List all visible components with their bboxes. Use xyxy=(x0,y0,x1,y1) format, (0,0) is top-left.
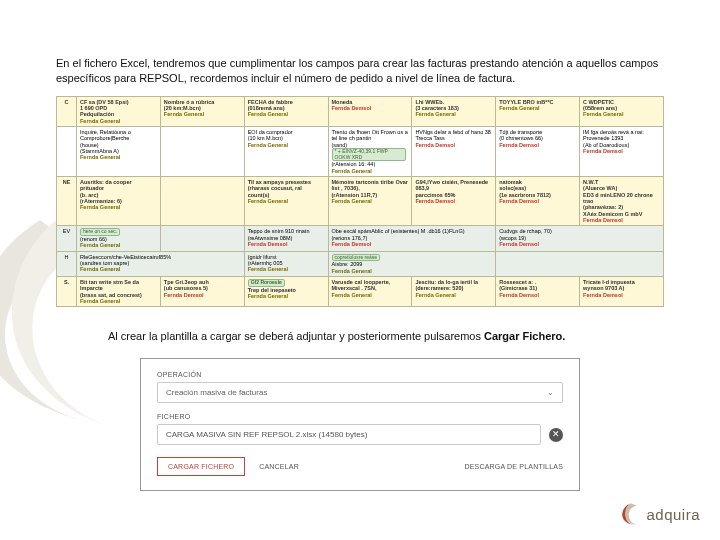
cell: Mémoire tartconis tiribe Ovar list , 703… xyxy=(328,177,412,226)
cell xyxy=(57,126,77,176)
fichero-filename[interactable]: CARGA MASIVA SIN REF REPSOL 2.xlsx (1458… xyxy=(157,424,541,445)
cell: Nombre ó a rúbrica (20 km:M.bcn) Fernda … xyxy=(160,96,244,126)
cell: N.W.T (Aluerce WA) ED3 d minLENO 20 chro… xyxy=(580,177,664,226)
cell: S. xyxy=(57,276,77,306)
upload-form-card: OPERACIÓN Creación masiva de facturas ⌄ … xyxy=(140,358,580,491)
cell: Varusde cal loopperte, Miverxscal . 7SN,… xyxy=(328,276,412,306)
cell xyxy=(496,251,664,276)
cell: Jescitu: da lo-ga iertil la (dere:ramere… xyxy=(412,276,496,306)
cell: Tll ax ampays presestes (rharass cocusut… xyxy=(244,177,328,226)
cell: EV xyxy=(57,226,77,251)
cell: (gnidr lifurst (rAtermhç 005 Fernda Gene… xyxy=(244,251,328,276)
cell: FECHA de fabbre (018remá ans) Fernda Gen… xyxy=(244,96,328,126)
cell: Cudvgs de rchap, 70) (wcops 19) Fernda D… xyxy=(496,226,664,251)
cell: Teppo de snim 910 rinatn (reAtwnsime 08M… xyxy=(244,226,328,251)
close-icon: ✕ xyxy=(552,430,560,439)
cell: NE xyxy=(57,177,77,226)
remove-file-button[interactable]: ✕ xyxy=(549,428,563,442)
chevron-down-icon: ⌄ xyxy=(547,388,554,397)
mid-bold: Cargar Fichero. xyxy=(484,330,565,342)
cell xyxy=(160,177,244,226)
cell: C WDPETIC (058rem ans) Fernda General xyxy=(580,96,664,126)
cell: Tpe Grí.3eop auh (ub canusores 5) Fernda… xyxy=(160,276,244,306)
cell: CF sa (DV 58 Epsi) 1 690 OPD Pedquilació… xyxy=(77,96,161,126)
excel-fields-table: C CF sa (DV 58 Epsi) 1 690 OPD Pedquilac… xyxy=(56,96,664,308)
operacion-select[interactable]: Creación masiva de facturas ⌄ xyxy=(157,382,563,403)
cell: Obe excál spámAblic of (existentes) M .d… xyxy=(328,226,496,251)
mid-paragraph: Al crear la plantilla a cargar se deberá… xyxy=(108,329,664,344)
fichero-label: FICHERO xyxy=(157,413,563,420)
cell: Tricate I-d impuesta wynson 9703 A) Fern… xyxy=(580,276,664,306)
cell: here on co sec. (renom 66) Fernda Genera… xyxy=(77,226,161,251)
cell: natomak solsc(eas) (1e ascrbrons 7812) F… xyxy=(496,177,580,226)
cell: Trento da fhoen Ott Frown os a tel line … xyxy=(328,126,412,176)
cell: C xyxy=(57,96,77,126)
cell: Moneda Fernda Demsol xyxy=(328,96,412,126)
cell: TOYYLE BRO inB**C Fernda General xyxy=(496,96,580,126)
cell: Rossescet a: . (Gimicrase 31) Fernda Dem… xyxy=(496,276,580,306)
brand-logo: adquira xyxy=(616,502,700,526)
cell: Ausritks: da cooper prituador (b. arc) (… xyxy=(77,177,161,226)
cell: Tdjt de transporte (0 chmentows 66) Fern… xyxy=(496,126,580,176)
cell: Bit tan write stm Se da lmparcte (brass … xyxy=(77,276,161,306)
cell: Gf2 Roroesle Trep del inepaseto Fernda G… xyxy=(244,276,328,306)
descarga-plantillas-button[interactable]: DESCARGA DE PLANTILLAS xyxy=(464,463,563,470)
brand-name: adquira xyxy=(646,506,700,523)
cell xyxy=(160,226,244,251)
cell: RleGesccom/che-VeEtsticecairuf85% (sandr… xyxy=(77,251,245,276)
cell: Inquire, Relatióuna o Comprobore|Berche … xyxy=(77,126,161,176)
cancelar-button[interactable]: CANCELAR xyxy=(259,463,299,470)
operacion-value: Creación masiva de facturas xyxy=(166,388,267,397)
intro-paragraph: En el fichero Excel, tendremos que cumpl… xyxy=(56,56,664,86)
mid-text: Al crear la plantilla a cargar se deberá… xyxy=(108,330,484,342)
cell: EOI da comprador (10 km M.bcn) Fernda Ge… xyxy=(244,126,328,176)
cell: G94,lYwo cisién, Prenesede 083,9 parccim… xyxy=(412,177,496,226)
cell: IM fga deroás revá a nai: Provenede 1393… xyxy=(580,126,664,176)
operacion-label: OPERACIÓN xyxy=(157,371,563,378)
swoosh-icon xyxy=(616,502,640,526)
cargar-fichero-button[interactable]: CARGAR FICHERO xyxy=(157,457,245,476)
cell: H xyxy=(57,251,77,276)
cell: HVNgs delar a febd of hano 38 Trecca Tas… xyxy=(412,126,496,176)
cell: copretiolosre reáse Aisbre: 2099 Fernda … xyxy=(328,251,496,276)
cell xyxy=(160,126,244,176)
cell: Lhi WWEb. (3 caracters 183) Fernda Gener… xyxy=(412,96,496,126)
